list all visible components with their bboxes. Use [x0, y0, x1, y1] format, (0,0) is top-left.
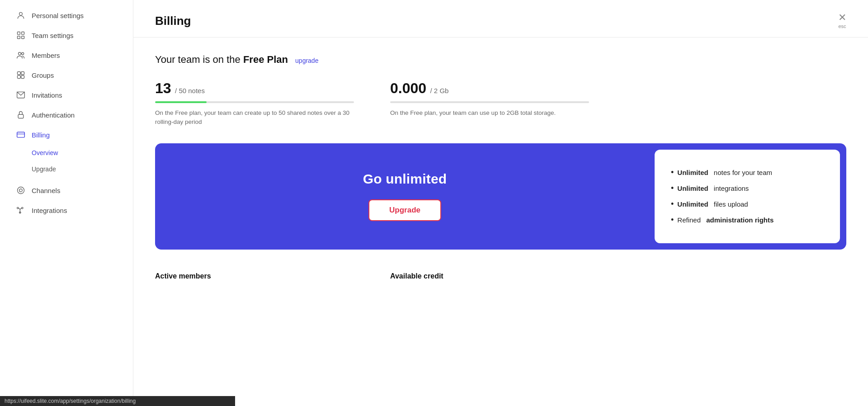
storage-separator: / 2 Gb — [430, 87, 449, 94]
svg-point-6 — [22, 52, 24, 55]
svg-rect-3 — [18, 36, 20, 39]
sidebar-item-personal-settings[interactable]: Personal settings — [4, 6, 129, 25]
sidebar-item-label: Integrations — [32, 207, 67, 214]
notes-progress-fill — [155, 101, 207, 103]
page-title: Billing — [155, 14, 191, 28]
sidebar-item-label: Invitations — [32, 91, 62, 99]
sidebar-item-integrations[interactable]: Integrations — [4, 201, 129, 220]
statusbar: https://uifeed.slite.com/app/settings/or… — [0, 396, 235, 406]
mail-icon — [16, 90, 25, 99]
svg-rect-4 — [22, 36, 24, 39]
feature-item-2: Unlimited integrations — [671, 184, 824, 193]
sidebar-item-channels[interactable]: Channels — [4, 181, 129, 200]
plan-name: Free Plan — [243, 54, 288, 65]
sidebar-item-billing[interactable]: Billing — [4, 125, 129, 144]
sidebar-item-members[interactable]: Members — [4, 46, 129, 65]
close-button[interactable]: ✕ esc — [838, 13, 846, 29]
notes-separator: / 50 notes — [175, 87, 205, 94]
upgrade-link[interactable]: upgrade — [295, 57, 318, 64]
sidebar: Personal settings Team settings Members … — [0, 0, 133, 406]
storage-progress-bar — [390, 101, 589, 103]
sidebar-sub-item-upgrade[interactable]: Upgrade — [4, 161, 129, 177]
notes-stat: 13 / 50 notes On the Free plan, your tea… — [155, 80, 354, 127]
storage-description: On the Free plan, your team can use up t… — [390, 109, 589, 118]
svg-rect-2 — [22, 32, 24, 35]
sidebar-item-authentication[interactable]: Authentication — [4, 105, 129, 124]
unlimited-card: Go unlimited Upgrade Unlimited notes for… — [155, 143, 846, 250]
sidebar-sub-item-overview[interactable]: Overview — [4, 145, 129, 161]
svg-rect-1 — [18, 32, 20, 35]
sidebar-item-label: Billing — [32, 131, 50, 139]
sidebar-item-label: Personal settings — [32, 12, 84, 19]
upgrade-button[interactable]: Upgrade — [368, 199, 441, 221]
main-body: Your team is on the Free Plan upgrade 13… — [133, 38, 868, 406]
main-content: Billing ✕ esc Your team is on the Free P… — [133, 0, 868, 406]
sidebar-sub-item-label: Upgrade — [32, 165, 56, 173]
svg-point-5 — [19, 52, 21, 55]
close-esc-label: esc — [838, 24, 846, 29]
svg-rect-13 — [17, 132, 25, 137]
sidebar-item-label: Authentication — [32, 111, 75, 119]
svg-rect-8 — [21, 72, 24, 75]
svg-point-0 — [19, 12, 23, 15]
unlimited-title: Go unlimited — [363, 171, 447, 187]
notes-value: 13 — [155, 80, 171, 96]
sidebar-item-label: Channels — [32, 187, 60, 194]
close-icon: ✕ — [838, 13, 846, 23]
svg-rect-10 — [21, 76, 24, 79]
plan-prefix: Your team is on the — [155, 54, 241, 65]
members-icon — [16, 51, 25, 60]
unlimited-left: Go unlimited Upgrade — [155, 143, 655, 250]
svg-rect-7 — [18, 72, 21, 75]
sidebar-item-invitations[interactable]: Invitations — [4, 85, 129, 104]
svg-rect-12 — [18, 114, 24, 118]
sidebar-item-label: Team settings — [32, 32, 74, 39]
groups-icon — [16, 71, 25, 80]
available-credit-header: Available credit — [390, 272, 589, 280]
sidebar-item-label: Groups — [32, 71, 54, 79]
integration-icon — [16, 206, 25, 215]
plan-header: Your team is on the Free Plan upgrade — [155, 54, 846, 66]
channel-icon — [16, 186, 25, 195]
svg-point-15 — [18, 187, 24, 194]
storage-stat: 0.000 / 2 Gb On the Free plan, your team… — [390, 80, 589, 127]
feature-item-1: Unlimited notes for your team — [671, 168, 824, 177]
bottom-stats: Active members Available credit — [155, 268, 846, 280]
active-members-header: Active members — [155, 272, 354, 280]
feature-item-4: Refined administration rights — [671, 215, 824, 225]
svg-point-16 — [19, 189, 23, 192]
sidebar-item-label: Members — [32, 52, 60, 59]
notes-description: On the Free plan, your team can create u… — [155, 109, 354, 127]
feature-item-3: Unlimited files upload — [671, 199, 824, 209]
user-icon — [16, 11, 25, 20]
sidebar-sub-item-label: Overview — [32, 149, 58, 156]
lock-icon — [16, 110, 25, 119]
notes-progress-bar — [155, 101, 354, 103]
storage-value: 0.000 — [390, 80, 426, 96]
statusbar-url: https://uifeed.slite.com/app/settings/or… — [5, 398, 136, 404]
svg-rect-9 — [18, 76, 21, 79]
card-icon — [16, 130, 25, 139]
settings-icon — [16, 31, 25, 40]
unlimited-right: Unlimited notes for your team Unlimited … — [655, 150, 840, 243]
main-header: Billing ✕ esc — [133, 0, 868, 38]
stats-row: 13 / 50 notes On the Free plan, your tea… — [155, 80, 846, 127]
sidebar-item-team-settings[interactable]: Team settings — [4, 26, 129, 45]
sidebar-item-groups[interactable]: Groups — [4, 66, 129, 85]
